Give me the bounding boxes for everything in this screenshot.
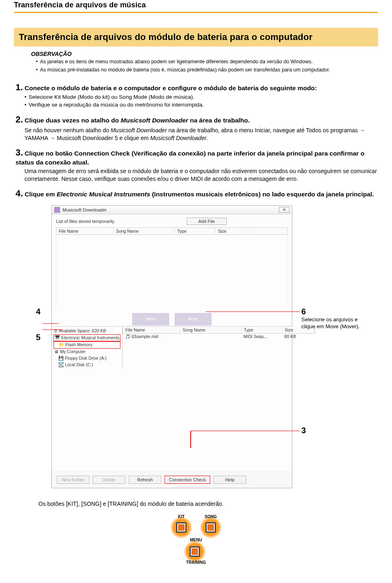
module-button-diagram: KIT SONG MENU TRAINING (155, 514, 237, 565)
step-bullet: Verifique se a reprodução da música ou d… (24, 101, 378, 109)
step-3: 3.Clique no botão Connection Check (Veri… (16, 147, 378, 183)
page-breadcrumb: Transferência de arquivos de música (14, 0, 378, 12)
lower-file-list[interactable]: File Name Song Name Type Size 🎵 03sample… (122, 327, 315, 369)
step-heading-part: na área de trabalho. (188, 117, 250, 124)
refresh-button[interactable]: Refresh (129, 476, 161, 484)
callout-6: 6 (301, 307, 306, 316)
header-divider (14, 12, 378, 13)
col-type[interactable]: Type (175, 228, 216, 234)
temp-list-label: List of files stored temporarily (56, 219, 114, 224)
step-number: 2. (16, 114, 23, 125)
delete-button[interactable]: Delete (93, 476, 125, 484)
window-title: Musicsoft Downloader (62, 207, 107, 212)
step-body-italic: Musicsoft Downloader (150, 135, 207, 141)
app-window: Musicsoft Downloader ✕ List of files sto… (51, 205, 292, 489)
step-heading-part: Clique em (24, 191, 56, 198)
window-titlebar[interactable]: Musicsoft Downloader ✕ (52, 206, 292, 214)
tree-flash-memory[interactable]: 📁 Flash Memory (53, 341, 120, 349)
upper-column-header: File Name Song Name Type Size (56, 227, 288, 235)
file-name-cell: 03sample.mid (131, 334, 158, 339)
observacao-list: As janelas e os itens de menu mostrados … (31, 57, 378, 73)
tree-emi[interactable]: 🎹 Electronic Musical Instruments (53, 334, 120, 342)
tree-floppy[interactable]: 💾 Floppy Disk Drive (A:) (53, 355, 120, 362)
app-icon (54, 207, 60, 213)
file-row[interactable]: 🎵 03sample.mid MIDI Sequ... 80 KB (122, 334, 315, 340)
upper-file-area[interactable] (56, 235, 288, 308)
new-folder-button[interactable]: New Folder (57, 476, 89, 484)
callout-5: 5 (36, 333, 40, 342)
callout-6-text: Selecione os arquivos e clique em Move (… (301, 316, 363, 330)
step-number: 4. (16, 188, 23, 198)
observacao-item: As janelas e os itens de menu mostrados … (36, 58, 378, 66)
col-size[interactable]: Size (216, 228, 248, 234)
step-body: Uma mensagem de erro será exibida se o m… (16, 167, 378, 183)
song-label: SONG (202, 514, 219, 519)
post-screenshot-note: Os botões [KIT], [SONG] e [TRAINING] do … (38, 501, 378, 507)
tree-root[interactable]: 0: Available Space: 620 KB (53, 328, 120, 334)
step-body-part: Se não houver nenhum atalho do (24, 127, 111, 134)
step-number: 1. (16, 82, 23, 92)
screenshot-figure: Musicsoft Downloader ✕ List of files sto… (51, 205, 362, 489)
step-number: 3. (16, 147, 23, 158)
step-bullet: Selecione Kit Mode (Modo do kit) ou Song… (24, 93, 378, 101)
callout-4: 4 (36, 307, 40, 316)
col-song-name[interactable]: Song Name (180, 327, 241, 333)
step-heading-italic: Musicsoft Downloader (121, 117, 188, 124)
training-button-icon (186, 543, 203, 560)
callout-line (42, 329, 63, 330)
file-size-cell: 80 KB (282, 334, 314, 339)
close-icon[interactable]: ✕ (279, 207, 290, 213)
step-heading-italic: Electronic Musical Instruments (57, 191, 150, 198)
step-heading-part: (Instrumentos musicais eletrônicos) no l… (150, 191, 374, 198)
training-label: TRAINING (186, 560, 206, 565)
callout-line (42, 323, 59, 324)
step-1: 1.Conecte o módulo de bateria e o comput… (16, 82, 378, 109)
col-file-name[interactable]: File Name (56, 228, 114, 234)
connection-check-button[interactable]: Connection Check (165, 476, 210, 484)
move-down-button[interactable]: Move (175, 313, 212, 325)
help-button[interactable]: Help (214, 476, 246, 484)
step-4: 4.Clique em Electronic Musical Instrumen… (16, 188, 378, 200)
step-heading: Conecte o módulo de bateria e o computad… (24, 85, 317, 91)
bottom-toolbar: New Folder Delete Refresh Connection Che… (52, 471, 292, 488)
step-2: 2.Clique duas vezes no atalho do Musicso… (16, 114, 378, 142)
callout-3: 3 (301, 426, 306, 435)
callout-line (190, 431, 300, 432)
observacao-heading: OBSERVAÇÃO (31, 51, 378, 57)
step-heading: Clique no botão Connection Check (Verifi… (16, 150, 364, 166)
step-body-italic: Musicsoft Downloader (111, 127, 167, 134)
step-heading-part: Clique duas vezes no atalho do (24, 117, 120, 124)
section-title: Transferência de arquivos do módulo de b… (14, 28, 378, 47)
tree-my-computer[interactable]: 🖥 My Computer (53, 349, 120, 355)
observacao-item: As músicas pré-instaladas no módulo de b… (36, 67, 378, 74)
tree-local-disk[interactable]: 💽 Local Disk (C:) (53, 362, 120, 368)
kit-label: KIT (173, 514, 190, 519)
song-button-icon (202, 519, 219, 536)
move-up-button[interactable]: Move (132, 313, 169, 325)
step-body-part: . (207, 135, 208, 141)
kit-button-icon (173, 519, 190, 536)
col-type[interactable]: Type (241, 327, 282, 333)
add-file-button[interactable]: Add File (187, 218, 227, 225)
device-tree[interactable]: 0: Available Space: 620 KB 🎹 Electronic … (52, 327, 122, 369)
col-song-name[interactable]: Song Name (114, 228, 175, 234)
callout-line (206, 312, 300, 312)
file-type-cell: MIDI Sequ... (241, 334, 282, 339)
col-file-name[interactable]: File Name (123, 327, 180, 333)
callout-line (190, 431, 191, 448)
menu-label: MENU (190, 538, 202, 542)
